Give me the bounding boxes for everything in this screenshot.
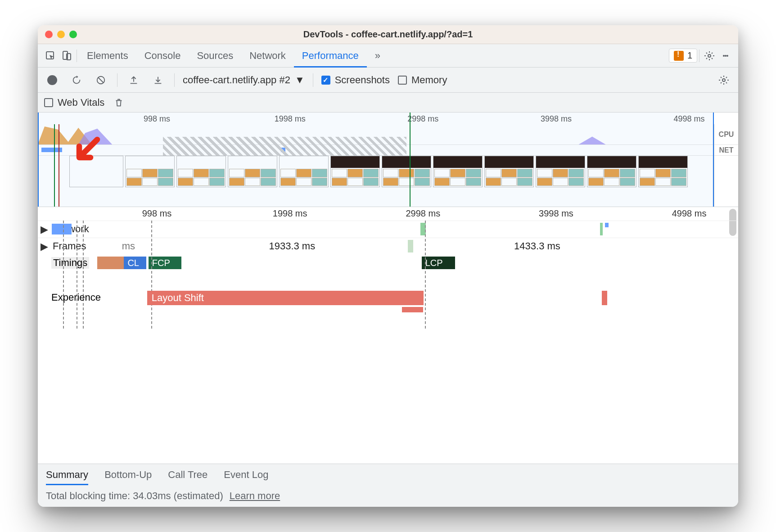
net-lane-label: NET [714,145,738,156]
expand-icon[interactable]: ▶ [41,241,48,252]
devtools-window: DevTools - coffee-cart.netlify.app/?ad=1… [38,25,738,507]
frame-duration: 1433.3 ms [514,240,560,252]
chevron-down-icon: ▼ [295,74,305,86]
frame-duration: 1933.3 ms [269,240,315,252]
total-blocking-time: Total blocking time: 34.03ms (estimated) [46,490,223,502]
network-request-bar[interactable] [52,224,72,234]
performance-toolbar: coffee-cart.netlify.app #2 ▼ Screenshots… [38,68,738,93]
more-menu-icon[interactable] [717,48,734,64]
layout-shift-bar[interactable]: Layout Shift [147,291,424,305]
checkbox-checked-icon [321,76,330,85]
frame-duration: ms [122,240,135,252]
titlebar: DevTools - coffee-cart.netlify.app/?ad=1 [38,25,738,44]
annotation-arrow-icon [75,135,102,168]
timing-marker-fcp[interactable]: FCP [149,257,181,269]
capture-settings-gear-icon[interactable] [716,72,732,88]
details-tab-summary[interactable]: Summary [46,464,88,485]
network-request-bar[interactable] [600,223,603,235]
timing-marker-lcp[interactable]: LCP [422,257,456,269]
tab-performance[interactable]: Performance [294,44,367,67]
inspect-element-icon[interactable] [42,48,59,64]
details-tab-call-tree[interactable]: Call Tree [168,464,208,485]
web-vitals-bar: Web Vitals [38,93,738,113]
delete-profile-icon[interactable] [111,95,127,111]
frames-track[interactable]: ▶ Frames ms 1933.3 ms 1433.3 ms [38,238,738,255]
profile-selector-label: coffee-cart.netlify.app #2 [183,74,290,86]
layout-shift-bar[interactable] [602,291,607,305]
load-profile-icon[interactable] [126,72,142,88]
overview-panel[interactable]: 998 ms 1998 ms 2998 ms 3998 ms 4998 ms [38,113,738,207]
svg-point-3 [708,54,711,57]
device-toolbar-icon[interactable] [59,48,75,64]
network-request-bar[interactable] [605,223,609,227]
window-title: DevTools - coffee-cart.netlify.app/?ad=1 [303,29,473,40]
reload-record-button[interactable] [68,72,85,88]
tab-sources[interactable]: Sources [189,44,241,67]
profile-selector[interactable]: coffee-cart.netlify.app #2 ▼ [183,74,305,86]
timing-marker-cl[interactable]: CL [124,257,146,269]
ruler-tick: 4998 ms [672,208,707,219]
zoom-window-button[interactable] [69,31,77,38]
summary-footer: Total blocking time: 34.03ms (estimated)… [38,485,738,507]
cpu-lane-label: CPU [714,124,738,145]
overview-selection[interactable] [38,113,714,207]
issues-badge[interactable]: 1 [669,49,697,63]
frame-bar[interactable] [408,240,413,252]
network-track[interactable]: ▶ Network [38,221,738,238]
checkbox-icon [398,76,407,85]
track-label: Experience [51,292,101,303]
experience-track[interactable]: Experience Layout Shift [38,289,738,307]
timing-marker[interactable] [97,257,124,269]
close-window-button[interactable] [45,31,53,38]
details-tab-event-log[interactable]: Event Log [224,464,268,485]
ruler-tick: 3998 ms [539,208,573,219]
ruler-tick: 2998 ms [406,208,440,219]
issues-count: 1 [687,50,692,61]
overview-lane-labels: CPU NET [714,124,738,207]
tab-elements[interactable]: Elements [79,44,136,67]
clear-button[interactable] [93,72,109,88]
record-button[interactable] [44,72,60,88]
learn-more-link[interactable]: Learn more [230,490,280,502]
screenshots-checkbox[interactable]: Screenshots [321,74,390,86]
window-traffic-lights [45,31,77,38]
tabs-overflow[interactable]: » [367,44,388,67]
svg-point-5 [722,79,725,81]
ruler-tick: 1998 ms [273,208,307,219]
minimize-window-button[interactable] [57,31,65,38]
details-tabs: Summary Bottom-Up Call Tree Event Log [38,464,738,485]
save-profile-icon[interactable] [150,72,166,88]
memory-checkbox[interactable]: Memory [398,74,447,86]
expand-icon[interactable]: ▶ [41,224,48,235]
flamechart-panel[interactable]: 998 ms 1998 ms 2998 ms 3998 ms 4998 ms ▶… [38,207,738,464]
warning-icon [674,51,684,61]
layout-shift-bar[interactable] [402,307,423,312]
web-vitals-checkbox[interactable]: Web Vitals [44,97,104,108]
devtools-panel-tabs: Elements Console Sources Network Perform… [38,44,738,68]
ruler-tick: 998 ms [142,208,172,219]
settings-gear-icon[interactable] [701,48,717,64]
details-tab-bottom-up[interactable]: Bottom-Up [104,464,152,485]
tab-network[interactable]: Network [241,44,294,67]
checkbox-icon [44,98,53,107]
tab-console[interactable]: Console [136,44,189,67]
timings-track[interactable]: Timings CL FCP LCP [38,255,738,271]
main-ruler: 998 ms 1998 ms 2998 ms 3998 ms 4998 ms [38,207,738,221]
